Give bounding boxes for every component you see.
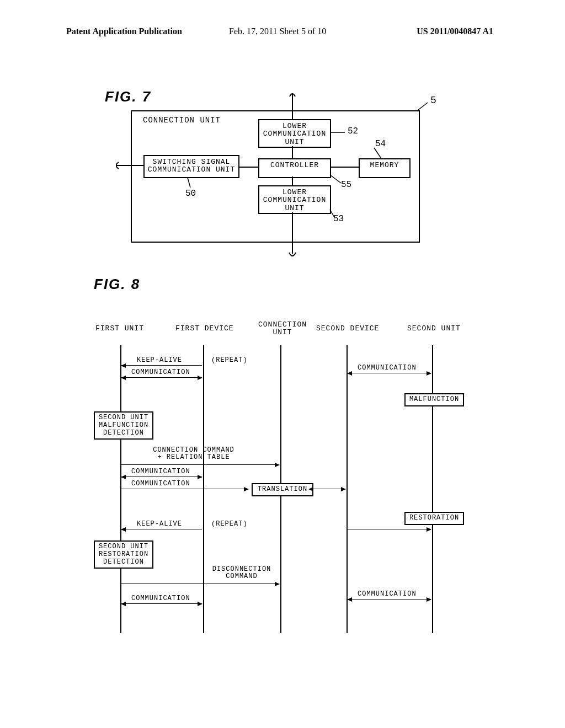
arrow-keepalive-1 bbox=[121, 365, 202, 366]
msg-comm-r4: COMMUNICATION bbox=[358, 590, 417, 598]
arrow-comm-r1 bbox=[348, 373, 431, 373]
svg-line-11 bbox=[374, 148, 381, 158]
ref-52: 52 bbox=[348, 126, 358, 136]
fig8-sequence: FIRST UNIT FIRST DEVICE CONNECTIONUNIT S… bbox=[98, 324, 473, 633]
arrow-conn-cmd bbox=[121, 464, 279, 465]
lifeline-second-unit bbox=[432, 345, 433, 633]
head-second-unit: SECOND UNIT bbox=[407, 324, 461, 333]
svg-line-14 bbox=[188, 178, 190, 188]
arrow-comm-r4 bbox=[348, 599, 431, 599]
lifeline-first-unit bbox=[120, 345, 121, 633]
msg-comm-l3: COMMUNICATION bbox=[131, 480, 190, 488]
ref-5: 5 bbox=[430, 95, 436, 106]
header-right: US 2011/0040847 A1 bbox=[417, 26, 493, 36]
header-center: Feb. 17, 2011 Sheet 5 of 10 bbox=[229, 26, 326, 36]
msg-comm-l1: COMMUNICATION bbox=[131, 368, 190, 376]
msg-repeat-1: (REPEAT) bbox=[211, 356, 248, 364]
header-left: Patent Application Publication bbox=[66, 26, 182, 36]
msg-keepalive-1: KEEP-ALIVE bbox=[137, 356, 182, 364]
box-malfunction: MALFUNCTION bbox=[404, 393, 464, 406]
box-restoration-detection: SECOND UNITRESTORATIONDETECTION bbox=[94, 540, 153, 569]
head-first-device: FIRST DEVICE bbox=[175, 324, 234, 333]
ref-53: 53 bbox=[333, 214, 344, 224]
fig7-wires bbox=[116, 88, 436, 265]
head-second-device: SECOND DEVICE bbox=[316, 324, 379, 333]
box-translation: TRANSLATION bbox=[252, 483, 313, 496]
arrow-restoration-right bbox=[348, 529, 431, 529]
msg-disc-cmd: DISCONNECTIONCOMMAND bbox=[206, 566, 278, 580]
svg-line-9 bbox=[418, 103, 428, 110]
msg-comm-r1: COMMUNICATION bbox=[358, 364, 417, 372]
arrow-comm-l2 bbox=[121, 477, 202, 477]
ref-50: 50 bbox=[185, 189, 196, 199]
arrow-translation-right bbox=[309, 489, 345, 489]
ref-54: 54 bbox=[375, 139, 386, 149]
msg-conn-cmd: CONNECTION COMMAND+ RELATION TABLE bbox=[130, 447, 257, 461]
box-restoration: RESTORATION bbox=[404, 512, 464, 525]
svg-line-12 bbox=[330, 175, 341, 183]
arrow-disc-cmd bbox=[121, 584, 279, 584]
arrow-comm-l4 bbox=[121, 603, 202, 604]
msg-repeat-2: (REPEAT) bbox=[211, 520, 248, 528]
arrow-comm-l1 bbox=[121, 377, 202, 378]
arrow-keepalive-2 bbox=[121, 529, 202, 529]
ref-55: 55 bbox=[341, 180, 351, 190]
msg-keepalive-2: KEEP-ALIVE bbox=[137, 520, 182, 528]
head-first-unit: FIRST UNIT bbox=[95, 324, 144, 333]
msg-comm-l4: COMMUNICATION bbox=[131, 595, 190, 602]
head-connection-unit: CONNECTIONUNIT bbox=[258, 321, 307, 337]
fig8-label: FIG. 8 bbox=[94, 276, 140, 293]
box-malfunction-detection: SECOND UNITMALFUNCTIONDETECTION bbox=[94, 411, 153, 440]
msg-comm-l2: COMMUNICATION bbox=[131, 468, 190, 475]
lifeline-second-device bbox=[347, 345, 348, 633]
lifeline-first-device bbox=[203, 345, 204, 633]
arrow-comm-l3-r bbox=[121, 489, 248, 489]
